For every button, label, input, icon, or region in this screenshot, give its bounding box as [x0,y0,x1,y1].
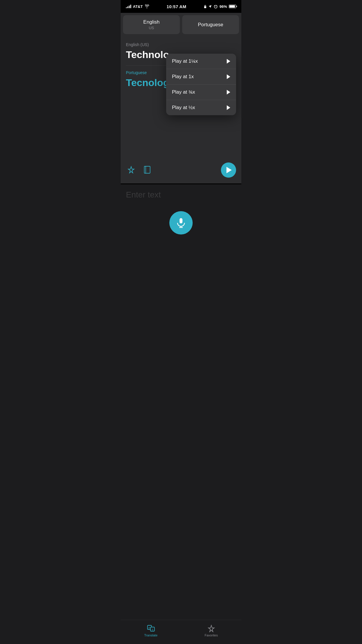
enter-text-placeholder[interactable]: Enter text [126,190,236,200]
source-language-label: English (US) [126,42,236,47]
play-icon-0x75 [227,90,230,94]
speed-menu-item-1x25[interactable]: Play at 1¼x [166,54,236,69]
flashcard-button[interactable] [142,164,152,176]
wifi-icon [145,5,149,8]
svg-rect-2 [144,166,150,173]
lock-icon [204,5,207,8]
play-icon-1x25 [227,59,230,64]
source-lang-name: English [126,19,177,25]
speed-menu-item-1x[interactable]: Play at 1x [166,69,236,85]
battery-icon [229,5,236,8]
svg-rect-0 [204,6,206,8]
speed-label-1x: Play at 1x [172,74,194,80]
translation-wrapper: English (US) Technolo Portuguese Tecnolo… [121,36,241,183]
input-area[interactable]: Enter text [121,183,241,242]
source-lang-region: US [126,26,177,30]
status-time: 10:57 AM [166,4,186,9]
speed-menu-popup: Play at 1¼x Play at 1x Play at ¾x Play a… [166,54,236,115]
mic-icon [176,218,186,228]
speed-label-0x5: Play at ½x [172,105,195,111]
play-button[interactable] [221,162,236,178]
status-bar: AT&T 10:57 AM 96% [121,0,241,13]
source-language-button[interactable]: English US [123,15,180,34]
speed-label-1x25: Play at 1¼x [172,58,198,64]
mic-button[interactable] [169,211,193,235]
speed-label-0x75: Play at ¾x [172,89,195,95]
action-icons-left [126,164,152,176]
mic-area [126,211,236,235]
translation-card: English (US) Technolo Portuguese Tecnolo… [121,36,241,159]
play-icon-0x5 [227,105,230,110]
target-lang-name: Portuguese [185,22,236,28]
svg-rect-4 [180,218,182,223]
star-icon [127,166,135,174]
signal-icon [126,5,131,8]
book-icon [143,166,151,174]
action-bar [121,159,241,183]
target-language-button[interactable]: Portuguese [182,15,239,34]
language-selector: English US Portuguese [121,13,241,36]
speed-menu-item-0x5[interactable]: Play at ½x [166,100,236,115]
status-right: 96% [204,4,236,9]
alarm-icon [214,4,218,8]
location-icon [208,5,212,8]
status-left: AT&T [126,4,149,9]
favorite-button[interactable] [126,164,136,176]
battery-percent: 96% [219,4,227,9]
speed-menu-item-0x75[interactable]: Play at ¾x [166,85,236,100]
play-icon-1x [227,74,230,79]
play-triangle-icon [226,167,232,173]
carrier-label: AT&T [133,4,143,9]
translation-area: English (US) Technolo Portuguese Tecnolo… [121,36,241,183]
